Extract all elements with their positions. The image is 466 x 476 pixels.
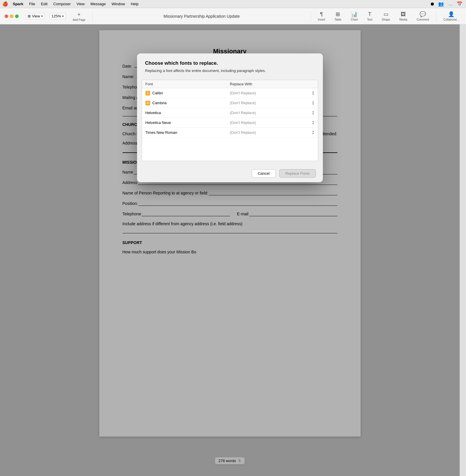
replace-value-helvetica: (Don't Replace)	[230, 111, 256, 115]
chart-icon: 📊	[351, 11, 357, 17]
table-row: ⚠ Calibri (Don't Replace) ▲ ▼	[142, 88, 318, 98]
view-control[interactable]: ⊞ View ▾	[26, 13, 45, 19]
font-name-times: Times New Roman	[145, 130, 177, 135]
composer-menu[interactable]: Composer	[51, 1, 73, 7]
shape-label: Shape	[382, 18, 390, 21]
stepper-down-times[interactable]: ▼	[312, 133, 314, 135]
stepper-times[interactable]: ▲ ▼	[312, 130, 314, 135]
view-chevron-icon: ▾	[41, 15, 43, 18]
replace-value-cambria: (Don't Replace)	[230, 101, 256, 105]
right-sidebar-scrollbar[interactable]	[460, 24, 466, 476]
insert-label: Insert	[318, 18, 325, 21]
maximize-button[interactable]	[15, 15, 19, 18]
document-title: Missionary Partnership Application Updat…	[97, 14, 306, 19]
stepper-down-helvetica[interactable]: ▼	[312, 113, 314, 115]
menubar: 🍎 Spark File Edit Composer View Message …	[0, 0, 466, 8]
close-button[interactable]	[5, 15, 8, 18]
stepper-helvetica[interactable]: ▲ ▼	[312, 111, 314, 115]
app-menu[interactable]: Spark	[10, 1, 26, 7]
table-row: Helvetica Neue (Don't Replace) ▲ ▼	[142, 118, 318, 128]
stepper-down-cambria[interactable]: ▼	[312, 103, 314, 105]
font-cell-cambria: ⚠ Cambria	[145, 101, 230, 105]
table-row: Times New Roman (Don't Replace) ▲ ▼	[142, 128, 318, 138]
collaborate-button[interactable]: 👤 Collaborat...	[441, 10, 461, 22]
table-row: ⚠ Cambria (Don't Replace) ▲ ▼	[142, 98, 318, 108]
view-menu[interactable]: View	[74, 1, 87, 7]
collaborate-icon: 👤	[448, 11, 454, 17]
comment-button[interactable]: 💬 Comment	[414, 10, 431, 22]
warning-icon-calibri: ⚠	[145, 91, 150, 95]
shape-button[interactable]: ▭ Shape	[379, 10, 393, 22]
collab-icon[interactable]: 👥	[438, 1, 444, 7]
insert-icon: ¶	[320, 11, 323, 17]
help-menu[interactable]: Help	[128, 1, 141, 7]
file-menu[interactable]: File	[27, 1, 37, 7]
media-button[interactable]: 🖼 Media	[397, 10, 409, 22]
minimize-button[interactable]	[10, 15, 13, 18]
font-column-header: Font	[145, 82, 230, 86]
replace-cell-times[interactable]: (Don't Replace) ▲ ▼	[230, 130, 314, 135]
chart-label: Chart	[351, 18, 358, 21]
dialog-footer: Cancel Replace Fonts	[137, 165, 323, 182]
replace-cell-helvetica[interactable]: (Don't Replace) ▲ ▼	[230, 111, 314, 115]
creative-cloud-icon[interactable]: ☁️	[447, 1, 453, 7]
text-button[interactable]: T Text	[365, 10, 375, 22]
replace-fonts-button[interactable]: Replace Fonts	[279, 169, 316, 178]
media-label: Media	[399, 18, 407, 21]
edit-menu[interactable]: Edit	[39, 1, 50, 7]
table-header: Font Replace With	[142, 80, 318, 88]
cancel-button[interactable]: Cancel	[252, 169, 276, 178]
warning-icon-cambria: ⚠	[145, 101, 150, 105]
stepper-calibri[interactable]: ▲ ▼	[312, 91, 314, 95]
stepper-down-helvetica-neue[interactable]: ▼	[312, 123, 314, 125]
dialog-subtitle: Replacing a font affects the entire docu…	[145, 68, 315, 73]
replace-value-helvetica-neue: (Don't Replace)	[230, 120, 256, 125]
main-content: Missionary Date: Name: Telephone: Mailin…	[0, 24, 466, 476]
view-label: View	[32, 14, 40, 18]
modal-overlay: Choose which fonts to replace. Replacing…	[0, 24, 460, 476]
comment-icon: 💬	[420, 11, 426, 17]
replace-cell-calibri[interactable]: (Don't Replace) ▲ ▼	[230, 91, 314, 95]
font-cell-helvetica: Helvetica	[145, 111, 230, 115]
comment-label: Comment	[417, 18, 429, 21]
stepper-cambria[interactable]: ▲ ▼	[312, 101, 314, 105]
stepper-helvetica-neue[interactable]: ▲ ▼	[312, 120, 314, 125]
toolbar-divider-1	[92, 11, 93, 21]
replace-value-times: (Don't Replace)	[230, 130, 256, 135]
message-menu[interactable]: Message	[88, 1, 108, 7]
stepper-down-calibri[interactable]: ▼	[312, 93, 314, 95]
fonts-table: Font Replace With ⚠ Calibri (Don't Repla…	[142, 80, 318, 161]
toolbar-divider-3	[436, 11, 436, 21]
replace-cell-helvetica-neue[interactable]: (Don't Replace) ▲ ▼	[230, 120, 314, 125]
replace-fonts-dialog: Choose which fonts to replace. Replacing…	[137, 53, 323, 182]
window-menu[interactable]: Window	[109, 1, 127, 7]
collaborate-label: Collaborat...	[443, 18, 459, 21]
zoom-label: 125%	[51, 14, 61, 18]
add-page-label: Add Page	[73, 18, 85, 21]
font-cell-calibri: ⚠ Calibri	[145, 91, 230, 95]
zoom-chevron-icon: ▾	[62, 15, 64, 18]
calendar-icon[interactable]: 📅	[457, 1, 463, 7]
replace-cell-cambria[interactable]: (Don't Replace) ▲ ▼	[230, 101, 314, 105]
table-empty-area	[142, 138, 318, 161]
toolbar: ⊞ View ▾ 125% ▾ ＋ Add Page Missionary Pa…	[0, 8, 466, 24]
font-name-helvetica-neue: Helvetica Neue	[145, 120, 171, 125]
text-icon: T	[368, 11, 371, 17]
apple-menu[interactable]: 🍎	[2, 1, 8, 7]
replace-value-calibri: (Don't Replace)	[230, 91, 256, 95]
chart-button[interactable]: 📊 Chart	[348, 10, 360, 22]
traffic-lights	[5, 15, 19, 18]
dialog-header: Choose which fonts to replace. Replacing…	[137, 53, 323, 76]
font-name-helvetica: Helvetica	[145, 111, 161, 115]
screen-record-icon[interactable]: ⏺	[430, 1, 435, 7]
insert-button[interactable]: ¶ Insert	[316, 10, 328, 22]
font-name-cambria: Cambria	[152, 101, 167, 105]
zoom-control[interactable]: 125% ▾	[49, 13, 66, 19]
add-page-button[interactable]: ＋ Add Page	[70, 10, 88, 23]
font-name-calibri: Calibri	[152, 91, 163, 95]
table-icon: ⊞	[336, 11, 340, 17]
font-cell-times: Times New Roman	[145, 130, 230, 135]
text-label: Text	[367, 18, 372, 21]
table-button[interactable]: ⊞ Table	[332, 10, 344, 22]
table-row: Helvetica (Don't Replace) ▲ ▼	[142, 108, 318, 118]
